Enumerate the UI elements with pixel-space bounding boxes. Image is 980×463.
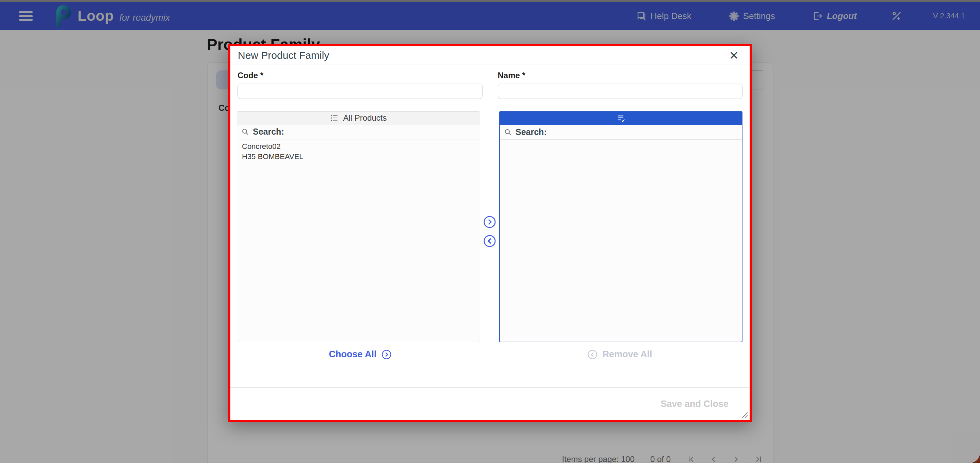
choose-all-button[interactable]: Choose All [329,349,391,360]
search-icon [241,128,250,136]
dialog-header: New Product Family ✕ [231,46,749,65]
left-search-row: Search: [237,124,480,140]
code-field[interactable] [237,84,482,99]
transfer-panels: All Products Search: Concreto02H35 BOMBE… [231,111,749,342]
chevron-left-circle-icon [587,349,598,360]
fields-row: Code * Name * [231,65,749,99]
new-product-family-dialog: New Product Family ✕ Code * Name * All P… [228,44,752,422]
transfer-controls [480,116,499,347]
code-label: Code * [237,71,482,80]
right-search-input[interactable] [550,125,738,140]
left-search-input[interactable] [288,124,476,139]
chevron-right-circle-icon [483,216,496,228]
chevron-left-circle-icon [483,235,496,247]
close-icon[interactable]: ✕ [726,48,743,63]
all-products-header: All Products [237,111,480,124]
search-icon [504,128,512,136]
dialog-footer: Save and Close [231,387,749,420]
dialog-title: New Product Family [238,50,329,61]
selected-products-panel: Search: [499,111,743,342]
list-item[interactable]: H35 BOMBEAVEL [237,152,480,162]
name-label: Name * [498,71,743,80]
move-left-button[interactable] [483,235,496,247]
selected-products-list [500,140,742,342]
chevron-right-circle-icon [382,349,392,360]
list-icon [330,114,339,122]
save-and-close-button[interactable]: Save and Close [660,399,729,409]
left-search-label: Search: [253,127,284,136]
choose-all-label: Choose All [329,349,376,360]
selected-products-header [500,112,742,125]
right-search-row: Search: [500,125,742,140]
remove-all-button[interactable]: Remove All [587,349,652,360]
move-right-button[interactable] [483,216,496,228]
name-field[interactable] [498,84,743,99]
available-products-list: Concreto02H35 BOMBEAVEL [237,140,480,342]
bulk-actions-row: Choose All Remove All [231,349,749,360]
resize-handle-icon[interactable] [740,410,748,419]
right-search-label: Search: [515,127,547,137]
list-item[interactable]: Concreto02 [237,141,480,152]
remove-all-label: Remove All [602,349,652,360]
all-products-panel: All Products Search: Concreto02H35 BOMBE… [237,111,480,342]
all-products-title: All Products [343,113,387,123]
list-check-icon [616,114,626,123]
